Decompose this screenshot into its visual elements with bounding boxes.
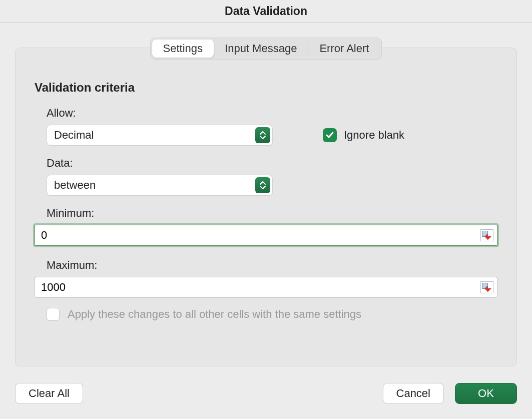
tab-error-alert[interactable]: Error Alert bbox=[308, 40, 380, 58]
dialog-title: Data Validation bbox=[0, 0, 532, 23]
apply-all-row: Apply these changes to all other cells w… bbox=[47, 308, 497, 321]
data-select-value: between bbox=[54, 179, 96, 192]
ok-button[interactable]: OK bbox=[455, 383, 517, 404]
stepper-icon bbox=[255, 177, 270, 193]
range-picker-icon[interactable] bbox=[480, 229, 493, 241]
minimum-input[interactable] bbox=[35, 225, 497, 246]
ignore-blank-label: Ignore blank bbox=[344, 129, 404, 142]
ignore-blank-row: Ignore blank bbox=[323, 128, 404, 142]
cancel-button[interactable]: Cancel bbox=[383, 383, 444, 404]
ignore-blank-checkbox[interactable] bbox=[323, 128, 337, 142]
tab-bar: Settings Input Message Error Alert bbox=[150, 38, 382, 60]
apply-all-label: Apply these changes to all other cells w… bbox=[68, 308, 361, 321]
criteria-form: Allow: Decimal Ignore blank bbox=[47, 107, 497, 220]
maximum-label: Maximum: bbox=[47, 259, 497, 272]
settings-panel: Validation criteria Allow: Decimal bbox=[15, 48, 517, 366]
section-title-validation-criteria: Validation criteria bbox=[35, 81, 497, 95]
dialog-button-row: Clear All Cancel OK bbox=[15, 383, 517, 404]
apply-all-checkbox bbox=[47, 308, 60, 321]
range-picker-icon[interactable] bbox=[480, 281, 493, 293]
clear-all-button[interactable]: Clear All bbox=[15, 383, 83, 404]
data-label: Data: bbox=[47, 157, 497, 170]
maximum-input[interactable] bbox=[35, 277, 497, 298]
dialog-body: Settings Input Message Error Alert Valid… bbox=[0, 23, 532, 419]
minimum-label: Minimum: bbox=[47, 207, 497, 220]
tab-input-message[interactable]: Input Message bbox=[214, 40, 308, 58]
allow-label: Allow: bbox=[47, 107, 497, 120]
stepper-icon bbox=[255, 127, 270, 143]
allow-select-value: Decimal bbox=[54, 129, 94, 142]
tab-settings[interactable]: Settings bbox=[152, 40, 214, 58]
allow-select[interactable]: Decimal bbox=[47, 125, 273, 146]
data-select[interactable]: between bbox=[47, 175, 273, 196]
